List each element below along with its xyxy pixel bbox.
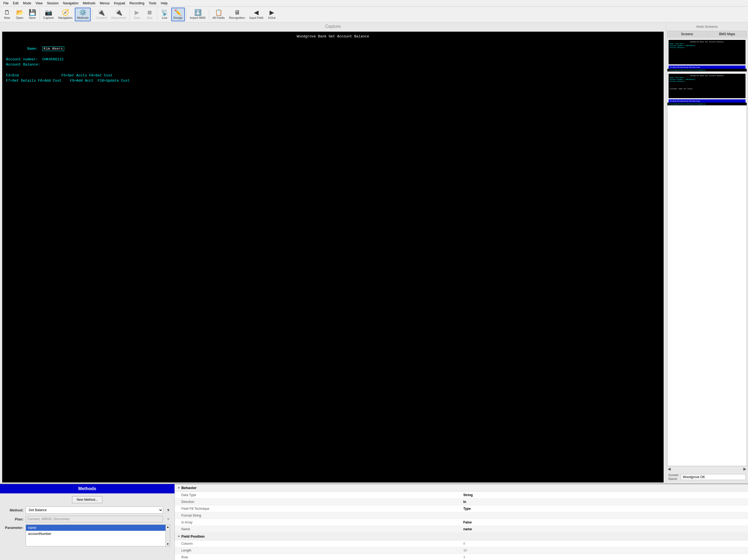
behavior-section-header[interactable]: ▼ Behavior xyxy=(175,484,748,492)
sep-4 xyxy=(157,9,157,20)
capture-icon: 📷 xyxy=(45,9,52,16)
btn-stop[interactable]: ⏹ Stop xyxy=(144,8,156,21)
prop-length-value: 30 xyxy=(463,549,746,552)
navigation-icon: 🧭 xyxy=(62,9,69,16)
tab-screens[interactable]: Screens xyxy=(667,31,707,38)
mini-screen-2-footer: F7=Get Details F8=Add Cust F9=Add Acct F… xyxy=(668,103,747,105)
screen-name-label: ScreenName: xyxy=(668,473,679,481)
param-scroll-down[interactable]: ▼ xyxy=(166,542,170,546)
field-position-section-header[interactable]: ▼ Field Position xyxy=(175,533,748,540)
menu-tools[interactable]: Tools xyxy=(147,1,159,6)
param-item-account-number[interactable]: accountNumber xyxy=(26,531,165,537)
param-scroll-up[interactable]: ▲ xyxy=(166,525,170,529)
terminal-name-field[interactable]: Kim Akers xyxy=(42,46,64,51)
btn-all-fields[interactable]: 📋 All Fields xyxy=(211,8,227,21)
prop-is-array: Is Array False xyxy=(175,519,748,526)
new-method-button[interactable]: New Method... xyxy=(72,496,102,503)
prop-data-type: Data Type String xyxy=(175,492,748,498)
tab-bms-maps[interactable]: BMS Maps xyxy=(707,31,747,38)
menu-session[interactable]: Session xyxy=(45,1,61,6)
top-section: Capture Woodgrove Bank Get Account Balan… xyxy=(0,22,748,484)
btn-capture[interactable]: 📷 Capture xyxy=(41,8,56,21)
prop-is-array-value: False xyxy=(463,520,746,524)
parameter-label: Parameter: xyxy=(4,525,23,530)
methods-header: Methods xyxy=(0,484,174,493)
prop-direction-name: Direction xyxy=(181,500,463,504)
plan-row: Plan: Connect, WBGB, Disconnect ▼ xyxy=(4,516,170,522)
btn-navigation[interactable]: 🧭 Navigation xyxy=(56,8,74,21)
btn-input-field[interactable]: ◀ Input Field xyxy=(248,8,265,21)
btn-recognition-label: Recognition xyxy=(229,16,245,19)
btn-capture-label: Capture xyxy=(43,16,54,19)
sep-6 xyxy=(209,9,209,20)
btn-connect[interactable]: 🔌 Connect xyxy=(94,8,109,21)
btn-design-label: Design xyxy=(173,16,183,19)
terminal-line-balance: Account Balance: xyxy=(6,62,660,67)
btn-disconnect-label: Disconnect xyxy=(111,16,126,19)
prop-row-value: 3 xyxy=(463,555,746,559)
btn-open[interactable]: 📂 Open xyxy=(14,8,26,21)
btn-new[interactable]: 🗒 New xyxy=(1,8,13,21)
prop-direction: Direction In xyxy=(175,498,748,505)
menu-help[interactable]: Help xyxy=(159,1,170,6)
btn-design[interactable]: ✏️ Design xyxy=(171,8,185,21)
capture-panel: Capture Woodgrove Bank Get Account Balan… xyxy=(0,22,666,484)
menu-keypad[interactable]: Keypad xyxy=(112,1,127,6)
plan-label: Plan: xyxy=(4,517,23,521)
btn-disconnect[interactable]: 🔌 Disconnect xyxy=(109,8,128,21)
terminal-screen[interactable]: Woodgrove Bank Get Account Balance Name:… xyxy=(2,32,663,483)
btn-live-label: Live xyxy=(162,16,167,19)
sep-2 xyxy=(92,9,92,20)
prop-column-name: Column xyxy=(181,542,463,545)
param-item-name[interactable]: name xyxy=(26,525,165,531)
capture-title: Capture xyxy=(0,22,666,30)
menu-mode[interactable]: Mode xyxy=(21,1,33,6)
open-icon: 📂 xyxy=(16,9,23,16)
method-row: Method: Get Balance ▼ xyxy=(4,507,170,514)
prop-format-string: Format String xyxy=(175,512,748,519)
menu-methods[interactable]: Methods xyxy=(80,1,97,6)
param-list[interactable]: name accountNumber xyxy=(26,525,165,546)
scroll-right-arrow[interactable]: ▶ xyxy=(743,467,746,471)
btn-live[interactable]: 📡 Live xyxy=(159,8,171,21)
host-screens-title: Host Screens xyxy=(667,23,747,30)
menu-navigation[interactable]: Navigation xyxy=(61,1,81,6)
prop-name: Name name xyxy=(175,526,748,533)
terminal-footer: F3=End F5=Get Accts F6=Get Cust F7=Get D… xyxy=(6,73,660,83)
prop-format-string-name: Format String xyxy=(181,514,463,517)
start-icon: ▶ xyxy=(135,9,139,16)
btn-start[interactable]: ▶ Start xyxy=(131,8,143,21)
prop-length: Length 30 xyxy=(175,547,748,554)
btn-methods[interactable]: ⚙️ Methods xyxy=(75,8,91,21)
scroll-left-arrow[interactable]: ◀ xyxy=(668,467,671,471)
menu-edit[interactable]: Edit xyxy=(10,1,21,6)
btn-import-bms[interactable]: ⬇️ Import BMS xyxy=(188,8,208,21)
prop-is-array-name: Is Array xyxy=(181,520,463,524)
menu-recording[interactable]: Recording xyxy=(127,1,147,6)
btn-recognition[interactable]: 🖥 Recognition xyxy=(227,8,247,21)
btn-inout[interactable]: ▶ InOut xyxy=(266,8,278,21)
menu-file[interactable]: File xyxy=(1,1,10,6)
mini-screen-1-divider: F1=End F5=Get Accts F6=Get Cust xyxy=(669,66,746,69)
btn-save[interactable]: 💾 Save xyxy=(26,8,38,21)
method-select[interactable]: Get Balance xyxy=(26,507,163,514)
properties-panel: ▼ Behavior Data Type String Direction In… xyxy=(175,484,748,560)
prop-column-value: 8 xyxy=(463,542,746,545)
sep-1 xyxy=(40,9,40,20)
host-screens-list[interactable]: Woodgrove Bank Get Account Balance Name:… xyxy=(667,39,747,466)
terminal-line-name: Name: Kim Akers xyxy=(6,41,660,57)
btn-import-bms-label: Import BMS xyxy=(190,16,206,19)
terminal-line-account: Account number: CHK4566112 xyxy=(6,57,660,62)
sep-3 xyxy=(130,9,130,20)
import-bms-icon: ⬇️ xyxy=(194,9,202,16)
methods-panel: Methods New Method... Method: Get Balanc… xyxy=(0,484,175,560)
mini-screen-2[interactable]: Woodgrove Bank Get Account Balance Name:… xyxy=(669,74,746,98)
input-field-icon: ◀ xyxy=(254,9,259,16)
menu-menus[interactable]: Menus xyxy=(97,1,112,6)
menu-view[interactable]: View xyxy=(33,1,45,6)
screen-name-input[interactable] xyxy=(681,474,746,480)
host-screens-panel: Host Screens Screens BMS Maps Woodgrove … xyxy=(666,22,748,484)
mini-screen-1[interactable]: Woodgrove Bank Get Account Balance Name:… xyxy=(669,40,746,65)
inout-icon: ▶ xyxy=(270,9,274,16)
terminal-footer-2: F7=Get Details F8=Add Cust F9=Add Acct F… xyxy=(6,78,660,83)
